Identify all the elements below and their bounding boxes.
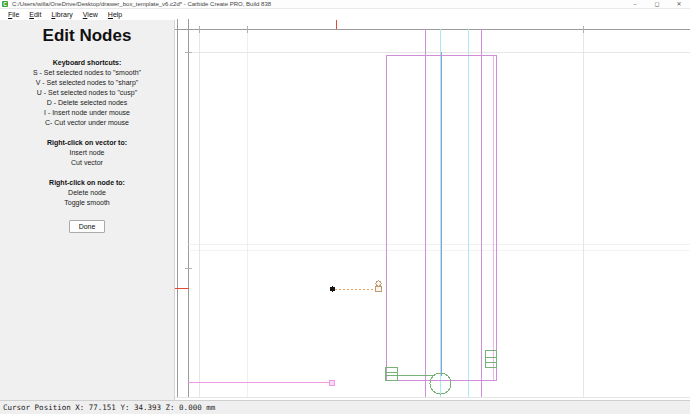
- maximize-button[interactable]: ◻: [646, 0, 668, 9]
- selected-node-point[interactable]: [330, 286, 335, 291]
- app-window: C C:/Users/willa/OneDrive/Desktop/drawer…: [0, 0, 690, 414]
- node-actions-heading: Right-click on node to:: [0, 179, 174, 186]
- menu-library[interactable]: Library: [46, 10, 77, 20]
- vector-node-handle[interactable]: [330, 380, 335, 385]
- minimize-button[interactable]: –: [624, 0, 646, 9]
- window-title: C:/Users/willa/OneDrive/Desktop/drawer_b…: [12, 1, 271, 7]
- window-controls: – ◻ ✕: [624, 0, 690, 9]
- canvas-drawing: [175, 19, 690, 400]
- title-bar: C C:/Users/willa/OneDrive/Desktop/drawer…: [0, 0, 690, 9]
- shortcuts-heading: Keyboard shortcuts:: [0, 59, 174, 66]
- shortcut-cut: C- Cut vector under mouse: [0, 119, 174, 126]
- shortcut-delete: D - Delete selected nodes: [0, 99, 174, 106]
- menu-file[interactable]: File: [3, 10, 24, 20]
- menu-edit[interactable]: Edit: [24, 10, 46, 20]
- vector-action-cut-vector: Cut vector: [0, 159, 174, 166]
- smooth-handle-circle[interactable]: [376, 281, 381, 286]
- green-slot-right[interactable]: [486, 351, 497, 368]
- edit-nodes-panel: Edit Nodes Keyboard shortcuts: S - Set s…: [0, 20, 175, 400]
- menu-help[interactable]: Help: [103, 10, 127, 20]
- carbide-create-logo-icon: C: [2, 1, 8, 7]
- shortcut-smooth: S - Set selected nodes to "smooth": [0, 69, 174, 76]
- done-button[interactable]: Done: [69, 220, 106, 233]
- page-title: Edit Nodes: [0, 26, 174, 46]
- node-action-delete-node: Delete node: [0, 189, 174, 196]
- vector-action-insert-node: Insert node: [0, 149, 174, 156]
- shortcut-cusp: U - Set selected nodes to "cusp": [0, 89, 174, 96]
- node-handle-square[interactable]: [376, 286, 381, 291]
- menu-view[interactable]: View: [78, 10, 103, 20]
- shortcut-insert: I - Insert node under mouse: [0, 109, 174, 116]
- vector-actions-heading: Right-click on vector to:: [0, 139, 174, 146]
- green-slot-left[interactable]: [386, 368, 398, 381]
- design-canvas[interactable]: [175, 19, 690, 400]
- status-bar: Cursor Position X: 77.151 Y: 34.393 Z: 0…: [0, 400, 690, 414]
- shortcut-sharp: V - Set selected nodes to "sharp": [0, 79, 174, 86]
- cursor-position-readout: Cursor Position X: 77.151 Y: 34.393 Z: 0…: [3, 403, 215, 412]
- close-button[interactable]: ✕: [668, 0, 690, 9]
- node-action-toggle-smooth: Toggle smooth: [0, 199, 174, 206]
